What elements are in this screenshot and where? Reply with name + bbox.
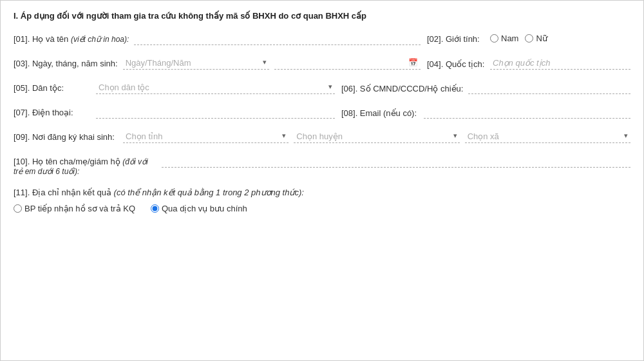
email-wrapper: [424, 106, 630, 119]
date-picker-wrapper: 📅: [274, 57, 421, 70]
radio-nam-label: Nam: [501, 34, 518, 43]
date-input[interactable]: [274, 57, 421, 70]
huyen-wrapper: Chọn huyện: [294, 130, 459, 143]
radio-nam-input[interactable]: [490, 34, 498, 43]
email-input[interactable]: [424, 106, 630, 119]
date-select-wrapper: Ngày/Tháng/Năm: [123, 57, 269, 70]
dantoc-wrapper: Chọn dân tộc: [96, 81, 335, 94]
phone-wrapper: [96, 106, 335, 119]
xa-wrapper: Chọn xã: [465, 130, 630, 143]
field-group-07: [07]. Điện thoại:: [14, 106, 335, 119]
parent-input[interactable]: [162, 155, 630, 168]
quoctich-wrapper: [490, 57, 630, 70]
field-group-03: [03]. Ngày, tháng, năm sinh: Ngày/Tháng/…: [14, 57, 421, 70]
radio-bp-label: BP tiếp nhận hồ sơ và trả KQ: [24, 204, 135, 213]
input-wrapper-01: [134, 32, 421, 45]
label-01: [01]. Họ và tên (viết chữ in hoa):: [14, 32, 129, 44]
label-07: [07]. Điện thoại:: [14, 106, 91, 117]
dantoc-select[interactable]: Chọn dân tộc: [96, 81, 335, 94]
phone-input[interactable]: [96, 106, 335, 119]
parent-input-wrapper: [162, 155, 630, 168]
main-container: I. Áp dụng đối với người tham gia tra cứ…: [0, 0, 644, 361]
dantoc-select-wrapper: Chọn dân tộc: [96, 81, 335, 94]
radio-buu-chinh[interactable]: Qua dịch vụ bưu chính: [151, 204, 247, 213]
label-04: [04]. Quốc tịch:: [427, 57, 485, 69]
radio-nu-label: Nữ: [536, 34, 547, 43]
tinh-wrapper: Chọn tỉnh: [123, 130, 289, 143]
tinh-select[interactable]: Chọn tỉnh: [123, 130, 289, 143]
label-02: [02]. Giới tính:: [427, 32, 485, 44]
field-group-02: [02]. Giới tính: Nam Nữ: [427, 32, 630, 44]
dia-chi-options: BP tiếp nhận hồ sơ và trả KQ Qua dịch vụ…: [14, 204, 247, 213]
label-06: [06]. Số CMND/CCCD/Hộ chiếu:: [341, 82, 463, 93]
radio-buu-chinh-input[interactable]: [151, 204, 159, 213]
label-11: [11]. Địa chỉ nhận kết quả (có thể nhận …: [14, 188, 304, 197]
label-03: [03]. Ngày, tháng, năm sinh:: [14, 57, 118, 68]
row-11: [11]. Địa chỉ nhận kết quả (có thể nhận …: [14, 188, 630, 213]
row-03: [03]. Ngày, tháng, năm sinh: Ngày/Tháng/…: [14, 57, 630, 70]
field-group-08: [08]. Email (nếu có):: [341, 106, 630, 119]
gioi-tinh-group: Nam Nữ: [490, 34, 547, 43]
row-09: [09]. Nơi đăng ký khai sinh: Chọn tỉnh C…: [14, 130, 630, 143]
radio-nu-input[interactable]: [525, 34, 533, 43]
date-select[interactable]: Ngày/Tháng/Năm: [123, 57, 269, 70]
field-group-06: [06]. Số CMND/CCCD/Hộ chiếu:: [341, 81, 630, 94]
row-07: [07]. Điện thoại: [08]. Email (nếu có):: [14, 106, 630, 119]
radio-bp-input[interactable]: [14, 204, 22, 213]
cmnd-input[interactable]: [468, 81, 630, 94]
row-05: [05]. Dân tộc: Chọn dân tộc [06]. Số CMN…: [14, 81, 630, 94]
radio-nu[interactable]: Nữ: [525, 34, 547, 43]
quoctich-input[interactable]: [490, 57, 630, 70]
row-10: [10]. Họ tên cha/mẹ/giám hộ (đối với trẻ…: [14, 155, 630, 176]
radio-buu-chinh-label: Qua dịch vụ bưu chính: [162, 204, 247, 213]
label-09: [09]. Nơi đăng ký khai sinh:: [14, 130, 117, 142]
birth-reg-fields: Chọn tỉnh Chọn huyện Chọn xã: [123, 130, 630, 143]
xa-select[interactable]: Chọn xã: [465, 130, 630, 143]
cmnd-wrapper: [468, 81, 630, 94]
label-05: [05]. Dân tộc:: [14, 81, 91, 93]
hoten-input[interactable]: [134, 32, 421, 45]
field-group-04: [04]. Quốc tịch:: [427, 57, 630, 70]
radio-bp[interactable]: BP tiếp nhận hồ sơ và trả KQ: [14, 204, 135, 213]
field-group-01: [01]. Họ và tên (viết chữ in hoa):: [14, 32, 421, 45]
huyen-select[interactable]: Chọn huyện: [294, 130, 459, 143]
label-10: [10]. Họ tên cha/mẹ/giám hộ (đối với trẻ…: [14, 155, 155, 176]
date-fields: Ngày/Tháng/Năm 📅: [123, 57, 421, 70]
section-title: I. Áp dụng đối với người tham gia tra cứ…: [14, 11, 630, 21]
label-08: [08]. Email (nếu có):: [341, 106, 419, 118]
radio-nam[interactable]: Nam: [490, 34, 518, 43]
row-01: [01]. Họ và tên (viết chữ in hoa): [02].…: [14, 32, 630, 45]
field-group-05: [05]. Dân tộc: Chọn dân tộc: [14, 81, 335, 94]
